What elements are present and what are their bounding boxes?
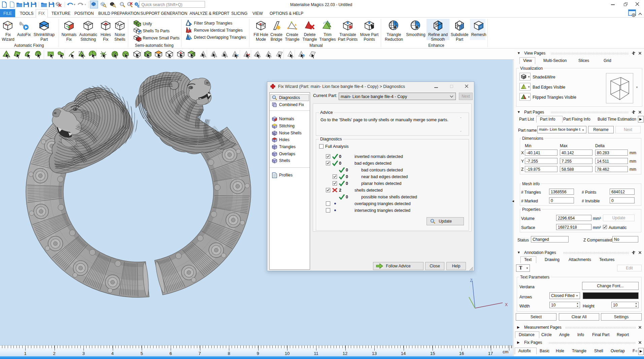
svg-text:Z: Z (470, 278, 472, 283)
svg-text:X: X (505, 302, 508, 307)
